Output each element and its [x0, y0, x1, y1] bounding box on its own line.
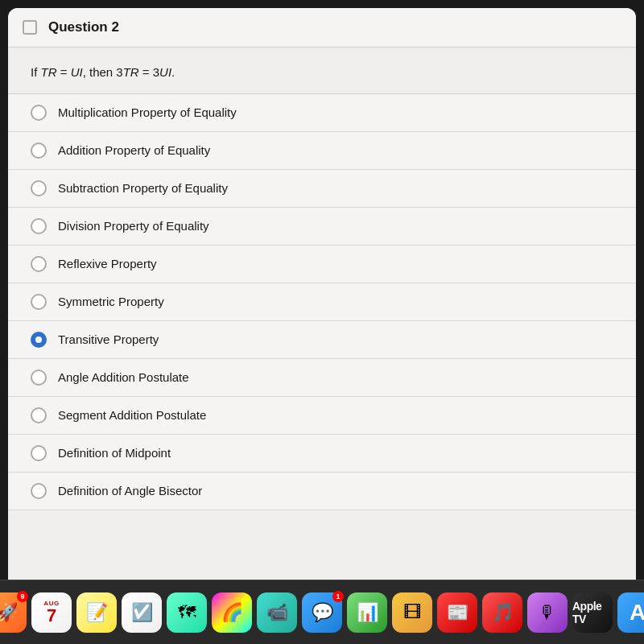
question-body: If TR = UI, then 3TR = 3UI. [8, 47, 636, 94]
radio-button-3 [31, 180, 47, 196]
dock-calendar[interactable]: AUG 7 [31, 592, 72, 633]
radio-button-6 [31, 294, 47, 310]
radio-button-1 [31, 105, 47, 121]
dock-photos[interactable]: 🌈 [212, 592, 252, 633]
option-row[interactable]: Definition of Midpoint [8, 435, 636, 473]
dock-launchpad[interactable]: 🚀 9 [0, 592, 27, 633]
launchpad-badge: 9 [17, 591, 28, 602]
dock-appstore[interactable]: A 6 [617, 592, 644, 633]
option-label-11: Definition of Angle Bisector [58, 484, 202, 497]
option-row[interactable]: Transitive Property [8, 321, 636, 359]
option-label-2: Addition Property of Equality [58, 143, 210, 157]
dock-news[interactable]: 📰 [437, 592, 477, 633]
options-list: Multiplication Property of EqualityAddit… [8, 94, 636, 580]
option-row[interactable]: Addition Property of Equality [8, 132, 636, 170]
option-row[interactable]: Segment Addition Postulate [8, 397, 636, 435]
dock-keynote[interactable]: 🎞 [392, 592, 432, 633]
dock-bar: 🔍 🚀 9 AUG 7 📝 ☑️ 🗺 🌈 📹 💬 1 📊 🎞 📰 🎵 🎙 App… [0, 580, 644, 644]
option-label-10: Definition of Midpoint [58, 446, 171, 460]
radio-button-8 [31, 369, 47, 386]
dock-numbers[interactable]: 📊 [347, 592, 387, 633]
dock-reminders[interactable]: ☑️ [122, 592, 162, 633]
question-title: Question 2 [48, 19, 119, 35]
option-label-6: Symmetric Property [58, 295, 164, 308]
quiz-container: Question 2 If TR = UI, then 3TR = 3UI. M… [8, 8, 636, 580]
dock-maps[interactable]: 🗺 [167, 592, 207, 633]
messages-badge: 1 [332, 591, 344, 602]
option-row[interactable]: Symmetric Property [8, 283, 636, 321]
calendar-day: 7 [47, 607, 56, 625]
question-text: If TR = UI, then 3TR = 3UI. [31, 64, 613, 82]
radio-button-4 [31, 218, 47, 234]
question-header: Question 2 [8, 8, 636, 47]
option-label-8: Angle Addition Postulate [58, 370, 189, 384]
calendar-inner: AUG 7 [43, 600, 59, 625]
dock-notes[interactable]: 📝 [76, 592, 117, 633]
option-label-4: Division Property of Equality [58, 219, 209, 233]
dock-appletv[interactable]: Apple TV [572, 592, 613, 633]
option-label-9: Segment Addition Postulate [58, 408, 206, 422]
radio-button-2 [31, 142, 47, 159]
option-label-1: Multiplication Property of Equality [58, 105, 237, 119]
dock-music[interactable]: 🎵 [482, 592, 522, 633]
dock-podcasts[interactable]: 🎙 [527, 592, 568, 633]
radio-button-9 [31, 407, 47, 423]
option-label-5: Reflexive Property [58, 257, 157, 270]
option-row[interactable]: Reflexive Property [8, 246, 636, 283]
dock-facetime[interactable]: 📹 [257, 592, 297, 633]
radio-button-5 [31, 256, 47, 272]
radio-button-10 [31, 445, 47, 461]
option-row[interactable]: Subtraction Property of Equality [8, 170, 636, 208]
option-label-7: Transitive Property [58, 332, 159, 346]
option-row[interactable]: Multiplication Property of Equality [8, 94, 636, 132]
option-row[interactable]: Division Property of Equality [8, 208, 636, 246]
screen: Question 2 If TR = UI, then 3TR = 3UI. M… [0, 0, 644, 644]
dock-messages[interactable]: 💬 1 [302, 592, 342, 633]
question-checkbox[interactable] [23, 20, 37, 35]
option-row[interactable]: Definition of Angle Bisector [8, 473, 636, 510]
radio-button-11 [31, 483, 47, 499]
option-row[interactable]: Angle Addition Postulate [8, 359, 636, 397]
radio-button-7 [31, 332, 47, 348]
option-label-3: Subtraction Property of Equality [58, 181, 228, 195]
